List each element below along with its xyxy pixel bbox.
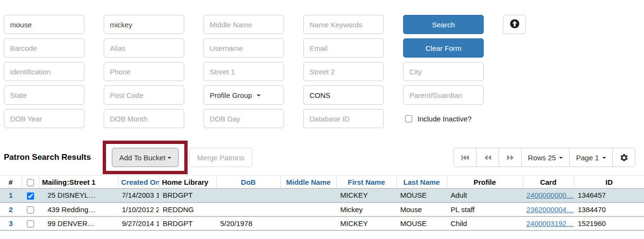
row-select-checkbox[interactable] bbox=[27, 192, 34, 200]
table-row[interactable]: 125 DISNEYL…7/14/2003 1…BRDGPTMICKEYMOUS… bbox=[0, 189, 644, 203]
row-select-checkbox[interactable] bbox=[27, 220, 34, 227]
profile-group-dropdown[interactable]: Profile Group bbox=[203, 85, 284, 105]
phone-input[interactable] bbox=[104, 62, 184, 81]
col-header-card: Card bbox=[523, 176, 574, 189]
email-input[interactable] bbox=[303, 38, 384, 58]
patron-results-table: #Mailing:Street 1Created OnHome LibraryD… bbox=[0, 175, 644, 231]
alias-input[interactable] bbox=[104, 38, 184, 58]
include-inactive-label: Include Inactive? bbox=[417, 115, 472, 123]
cell-mailing: 99 DENVER… bbox=[39, 216, 118, 230]
cell-profile: Adult bbox=[447, 189, 523, 203]
card-link[interactable]: 2400003192… bbox=[526, 219, 573, 227]
col-header-first[interactable]: First Name bbox=[336, 176, 396, 189]
city-input[interactable] bbox=[403, 62, 484, 81]
cell-num: 1 bbox=[0, 189, 22, 203]
dob-day-input[interactable] bbox=[203, 109, 284, 128]
search-button[interactable]: Search bbox=[403, 15, 484, 34]
table-row[interactable]: 399 DENVER…9/27/2014 1:…BRDGPT5/20/1978M… bbox=[0, 216, 644, 230]
cell-mailing: 439 Redding… bbox=[39, 203, 118, 216]
cell-home: BRDGPT bbox=[159, 216, 216, 230]
first-page-button[interactable] bbox=[453, 148, 477, 167]
cell-card: 2400000000… bbox=[523, 189, 574, 203]
gear-icon bbox=[620, 153, 629, 162]
cell-check[interactable] bbox=[22, 203, 39, 216]
clear-form-button[interactable]: Clear Form bbox=[403, 38, 484, 58]
cell-last: MOUSE bbox=[396, 189, 447, 203]
cell-first: Mickey bbox=[336, 203, 396, 216]
cell-first: MICKEY bbox=[336, 216, 396, 230]
street1-input[interactable] bbox=[203, 62, 284, 81]
caret-down-icon bbox=[559, 157, 563, 159]
cell-dob: 5/20/1978 bbox=[216, 216, 280, 230]
annotation-highlight-box: Add To Bucket bbox=[103, 141, 187, 174]
street2-input[interactable] bbox=[303, 62, 384, 81]
cell-card: 2362000004… bbox=[523, 203, 574, 216]
cell-mailing: 25 DISNEYL… bbox=[39, 189, 118, 203]
caret-down-icon bbox=[602, 157, 606, 159]
caret-down-icon bbox=[257, 95, 261, 96]
collapse-form-button[interactable] bbox=[503, 15, 526, 34]
col-header-middle[interactable]: Middle Name bbox=[280, 176, 336, 189]
include-inactive-toggle[interactable]: Include Inactive? bbox=[403, 109, 484, 128]
first-name-input[interactable] bbox=[104, 15, 184, 34]
page-selector-dropdown[interactable]: Page 1 bbox=[569, 148, 613, 167]
arrow-circle-up-icon bbox=[509, 18, 520, 31]
last-name-input[interactable] bbox=[4, 15, 84, 34]
col-header-mailing: Mailing:Street 1 bbox=[39, 176, 118, 189]
cell-created: 7/14/2003 1… bbox=[118, 189, 159, 203]
results-toolbar: Patron Search Results Add To Bucket Merg… bbox=[4, 140, 635, 175]
cell-created: 9/27/2014 1:… bbox=[118, 216, 159, 230]
org-unit-input[interactable] bbox=[303, 85, 384, 105]
database-id-input[interactable] bbox=[303, 109, 384, 128]
next-page-button[interactable] bbox=[499, 148, 522, 167]
col-header-last[interactable]: Last Name bbox=[396, 176, 447, 189]
include-inactive-checkbox[interactable] bbox=[405, 115, 412, 122]
cell-id: 1384470 bbox=[574, 203, 644, 216]
rows-per-page-dropdown[interactable]: Rows 25 bbox=[521, 148, 570, 167]
name-keywords-input[interactable] bbox=[303, 15, 384, 34]
col-header-created[interactable]: Created On bbox=[118, 176, 159, 189]
next-page-icon bbox=[506, 154, 514, 161]
merge-patrons-button[interactable]: Merge Patrons bbox=[189, 148, 252, 167]
col-header-profile: Profile bbox=[447, 176, 523, 189]
cell-profile: PL staff bbox=[447, 203, 523, 216]
rows-per-page-label: Rows 25 bbox=[528, 154, 556, 162]
card-link[interactable]: 2400000000… bbox=[526, 191, 573, 199]
grid-settings-button[interactable] bbox=[612, 148, 635, 167]
dob-month-input[interactable] bbox=[104, 109, 184, 128]
cell-created: 1/10/2012 2:… bbox=[118, 203, 159, 216]
cell-num: 3 bbox=[0, 216, 22, 230]
cell-home: REDDNG bbox=[159, 203, 216, 216]
cell-check[interactable] bbox=[22, 216, 39, 230]
table-row[interactable]: 2439 Redding…1/10/2012 2:…REDDNGMickeyMo… bbox=[0, 203, 644, 216]
add-to-bucket-button[interactable]: Add To Bucket bbox=[112, 148, 178, 167]
profile-group-label: Profile Group bbox=[210, 91, 252, 99]
select-all-checkbox[interactable] bbox=[27, 179, 34, 186]
patron-search-form: Search Clear Form Profile Group Include … bbox=[0, 0, 644, 128]
middle-name-input[interactable] bbox=[203, 15, 284, 34]
page-selector-label: Page 1 bbox=[576, 154, 599, 162]
cell-middle bbox=[280, 189, 336, 203]
cell-id: 1521960 bbox=[574, 216, 644, 230]
cell-first: MICKEY bbox=[336, 189, 396, 203]
cell-middle bbox=[280, 216, 336, 230]
cell-home: BRDGPT bbox=[159, 189, 216, 203]
cell-last: MOUSE bbox=[396, 216, 447, 230]
add-to-bucket-label: Add To Bucket bbox=[119, 154, 165, 162]
cell-last: Mouse bbox=[396, 203, 447, 216]
state-input[interactable] bbox=[4, 85, 84, 105]
barcode-input[interactable] bbox=[4, 38, 84, 58]
card-link[interactable]: 2362000004… bbox=[526, 205, 573, 214]
previous-page-button[interactable] bbox=[476, 148, 499, 167]
post-code-input[interactable] bbox=[104, 85, 184, 105]
dob-year-input[interactable] bbox=[4, 109, 84, 128]
cell-check[interactable] bbox=[22, 189, 39, 203]
username-input[interactable] bbox=[203, 38, 284, 58]
identification-input[interactable] bbox=[4, 62, 84, 81]
pagination-controls: Rows 25 Page 1 bbox=[453, 148, 635, 167]
row-select-checkbox[interactable] bbox=[27, 206, 34, 214]
col-header-home: Home Library bbox=[159, 176, 216, 189]
col-header-check[interactable] bbox=[22, 176, 39, 189]
parent-guardian-input[interactable] bbox=[403, 85, 484, 105]
col-header-dob[interactable]: DoB bbox=[216, 176, 280, 189]
